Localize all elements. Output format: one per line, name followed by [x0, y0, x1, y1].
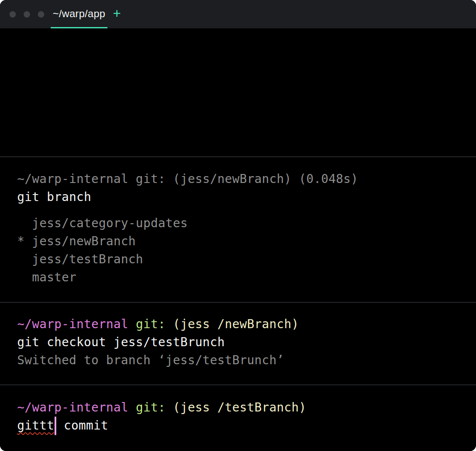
misspelled-word: gittt [17, 418, 54, 433]
branch-list-item: master [17, 268, 476, 286]
tab-warp-app[interactable]: ~/warp/app [51, 0, 107, 28]
branch-list-item: jess/category-updates [17, 214, 476, 232]
terminal-content: ~/warp-internal git: (jess/newBranch) (0… [0, 28, 476, 451]
window-controls [0, 0, 51, 28]
prompt-path: ~/warp-internal [17, 317, 128, 331]
titlebar: ~/warp/app + [0, 0, 476, 28]
prompt-git-label: git: [136, 317, 165, 331]
prompt-line: ~/warp-internal git: (jess /testBranch) [17, 399, 476, 417]
branch-list-item-current: * jess/newBranch [17, 232, 476, 250]
terminal-window: ~/warp/app + ~/warp-internal git: (jess/… [0, 0, 476, 451]
branch-list-item: jess/testBranch [17, 250, 476, 268]
command-input-rest: commit [56, 418, 108, 433]
command-block-git-branch[interactable]: ~/warp-internal git: (jess/newBranch) (0… [0, 157, 476, 302]
prompt-path: ~/warp-internal [17, 400, 128, 414]
window-zoom-dot[interactable] [38, 11, 44, 18]
prompt-git-label: git: [136, 400, 165, 414]
prompt-branch: (jess /testBranch) [173, 400, 306, 414]
new-tab-button[interactable]: + [107, 0, 126, 28]
tab-label: ~/warp/app [53, 8, 105, 20]
command-text: git checkout jess/testBrunch [17, 333, 476, 351]
prompt-line: ~/warp-internal git: (jess/newBranch) (0… [17, 170, 476, 188]
command-input-line[interactable]: gittt commit [17, 417, 476, 435]
command-text: git branch [17, 188, 476, 206]
prompt-line: ~/warp-internal git: (jess /newBranch) [17, 315, 476, 333]
command-output: jess/category-updates * jess/newBranch j… [17, 214, 476, 286]
window-minimize-dot[interactable] [24, 11, 30, 18]
prompt-branch: (jess /newBranch) [173, 317, 299, 331]
command-output: Switched to branch ‘jess/testBrunch’ [17, 351, 476, 369]
command-block-current-input[interactable]: ~/warp-internal git: (jess /testBranch) … [0, 385, 476, 451]
empty-scrollback-area [0, 28, 476, 156]
window-close-dot[interactable] [9, 11, 16, 18]
command-block-git-checkout[interactable]: ~/warp-internal git: (jess /newBranch) g… [0, 303, 476, 384]
